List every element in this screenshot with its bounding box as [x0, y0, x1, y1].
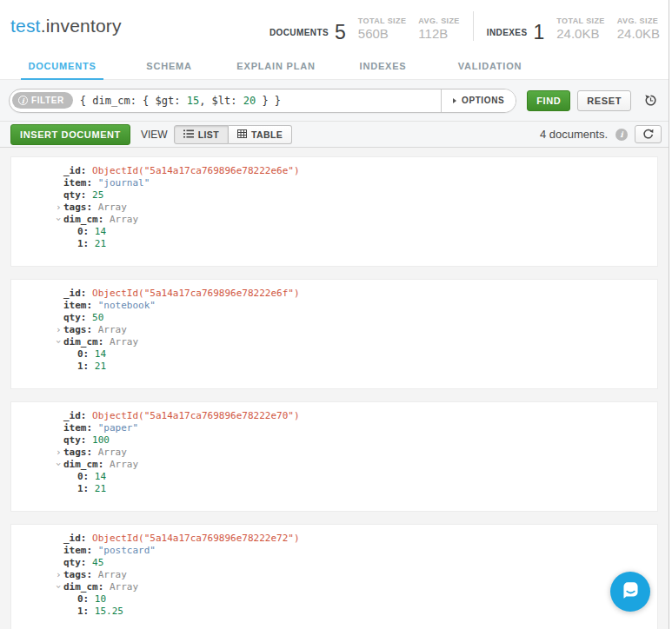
insert-document-button[interactable]: INSERT DOCUMENT [10, 124, 130, 145]
collection-tab-bar: DOCUMENTSSCHEMAEXPLAIN PLANINDEXESVALIDA… [0, 52, 672, 80]
field-key: item: [63, 177, 92, 189]
filter-pill: i FILTER [12, 92, 73, 109]
field-value: 21 [89, 483, 106, 494]
filter-input-box[interactable]: i FILTER { dim_cm: { $gt: 15, $lt: 20 } … [9, 89, 516, 113]
query-bar: i FILTER { dim_cm: { $gt: 15, $lt: 20 } … [0, 80, 672, 122]
view-label: VIEW [141, 129, 168, 141]
collapse-field-icon[interactable]: › [54, 214, 63, 226]
scrollbar-track[interactable] [669, 0, 672, 629]
field-value: Array [103, 214, 138, 225]
field-value: Array [103, 459, 138, 470]
caret-right-icon [453, 98, 456, 103]
collapse-field-icon[interactable]: › [54, 459, 63, 471]
document-field-row: ›dim_cm: Array [11, 336, 657, 348]
document-count-text: 4 documents. [540, 128, 608, 141]
document-card: _id: ObjectId("5a14a17ca769896e78222e70"… [10, 401, 658, 512]
document-field-row: 1: 21 [11, 483, 657, 495]
field-key: qty: [63, 557, 87, 568]
filter-token: 15 [187, 95, 199, 107]
field-value: 10 [89, 593, 106, 605]
indexes-avg-size-label: AVG. SIZE [617, 17, 660, 25]
table-view-label: TABLE [251, 129, 283, 140]
documents-total-size-value: 560B [358, 26, 407, 41]
tab-documents[interactable]: DOCUMENTS [9, 52, 116, 79]
documents-stats: DOCUMENTS 5 TOTAL SIZE 560B AVG. SIZE 11… [269, 17, 460, 41]
field-key: 1: [77, 483, 89, 494]
indexes-stats: INDEXES 1 TOTAL SIZE 24.0KB AVG. SIZE 24… [487, 17, 660, 41]
indexes-stat-label: INDEXES [487, 28, 528, 41]
field-value: 100 [87, 434, 110, 446]
document-field-row: 1: 15.25 [11, 606, 657, 618]
expand-field-icon[interactable]: › [54, 569, 63, 581]
collection-namespace: test.inventory [10, 16, 122, 36]
document-field-row: ›tags: Array [11, 447, 657, 459]
stats-divider [473, 11, 474, 41]
field-key: dim_cm: [63, 214, 103, 225]
document-field-row: _id: ObjectId("5a14a17ca769896e78222e70"… [11, 410, 657, 422]
tab-schema[interactable]: SCHEMA [116, 52, 223, 79]
filter-token: 20 [243, 95, 256, 107]
document-card: _id: ObjectId("5a14a17ca769896e78222e72"… [10, 524, 658, 629]
tab-explain-plan[interactable]: EXPLAIN PLAN [223, 52, 329, 79]
field-key: _id: [63, 533, 87, 544]
document-field-row: item: "postcard" [11, 545, 657, 557]
list-icon [183, 129, 194, 140]
field-key: _id: [63, 410, 87, 421]
collection-name: inventory [46, 16, 122, 36]
list-view-button[interactable]: LIST [174, 125, 229, 144]
field-value: ObjectId("5a14a17ca769896e78222e6e") [87, 165, 300, 176]
filter-token: { dim_cm: { $gt: [80, 95, 187, 107]
field-value: 45 [87, 557, 104, 568]
expand-field-icon[interactable]: › [54, 324, 63, 336]
document-field-row: ›dim_cm: Array [11, 581, 657, 593]
list-view-label: LIST [198, 129, 219, 140]
document-field-row: 1: 21 [11, 238, 657, 250]
collapse-field-icon[interactable]: › [54, 581, 63, 593]
field-value: "journal" [92, 177, 150, 189]
documents-toolbar: INSERT DOCUMENT VIEW LIST [0, 122, 672, 148]
document-field-row: _id: ObjectId("5a14a17ca769896e78222e6f"… [11, 288, 657, 300]
document-field-row: qty: 100 [11, 434, 657, 447]
document-card: _id: ObjectId("5a14a17ca769896e78222e6e"… [10, 156, 658, 267]
tab-indexes[interactable]: INDEXES [329, 52, 436, 79]
filter-query-input[interactable]: { dim_cm: { $gt: 15, $lt: 20 } } [73, 95, 441, 107]
document-field-row: 1: 21 [11, 361, 657, 373]
field-key: item: [63, 422, 92, 434]
field-key: 1: [77, 238, 89, 249]
table-view-button[interactable]: TABLE [229, 125, 292, 144]
chat-widget-button[interactable] [610, 572, 650, 612]
database-name: test [10, 16, 41, 36]
field-value: Array [92, 569, 127, 580]
info-icon[interactable]: i [615, 129, 628, 141]
info-icon: i [18, 96, 28, 105]
collection-header: test.inventory DOCUMENTS 5 TOTAL SIZE 56… [0, 0, 672, 52]
document-field-row: 0: 14 [11, 471, 657, 483]
options-button-label: OPTIONS [462, 96, 504, 105]
field-value: 14 [89, 348, 106, 360]
field-key: 0: [77, 471, 89, 482]
indexes-total-size-value: 24.0KB [556, 26, 605, 41]
document-field-row: item: "journal" [11, 177, 657, 189]
collapse-field-icon[interactable]: › [54, 336, 63, 348]
field-value: "postcard" [92, 545, 156, 556]
field-value: Array [92, 324, 127, 335]
field-key: qty: [63, 434, 87, 446]
expand-field-icon[interactable]: › [54, 447, 63, 459]
field-key: tags: [63, 569, 92, 580]
document-list: _id: ObjectId("5a14a17ca769896e78222e6e"… [0, 148, 672, 629]
field-value: ObjectId("5a14a17ca769896e78222e72") [87, 533, 300, 544]
query-history-button[interactable] [638, 89, 663, 111]
find-button[interactable]: FIND [527, 90, 570, 111]
table-icon [237, 129, 247, 140]
document-card: _id: ObjectId("5a14a17ca769896e78222e6f"… [10, 279, 658, 389]
tab-validation[interactable]: VALIDATION [436, 52, 543, 79]
document-field-row: qty: 50 [11, 312, 657, 324]
field-key: 1: [77, 606, 89, 617]
refresh-documents-button[interactable] [635, 125, 662, 143]
reset-button[interactable]: RESET [577, 90, 631, 111]
field-value: 21 [89, 361, 106, 372]
field-value: 14 [89, 471, 106, 482]
options-button[interactable]: OPTIONS [441, 89, 516, 112]
expand-field-icon[interactable]: › [54, 202, 63, 214]
document-field-row: ›tags: Array [11, 324, 657, 336]
